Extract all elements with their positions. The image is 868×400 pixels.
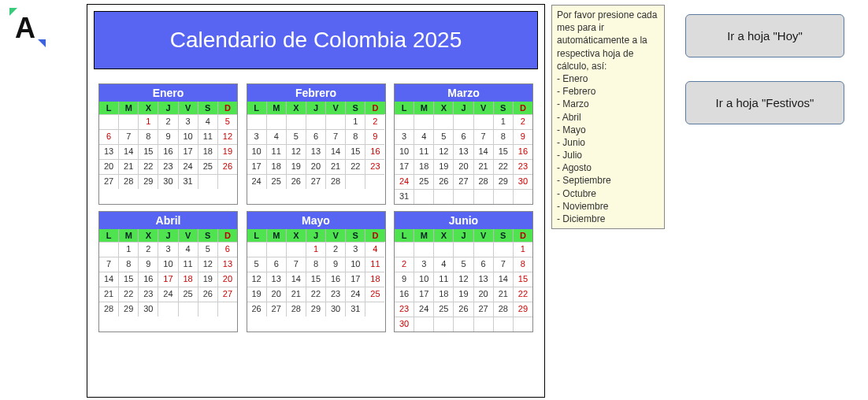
note-month-item: - Octubre [557, 187, 659, 200]
app-logo: A [8, 8, 47, 47]
dow-cell: L [99, 229, 119, 242]
day-cell: 22 [514, 287, 532, 302]
dow-cell: J [454, 229, 473, 242]
day-cell [179, 302, 198, 317]
note-month-item: - Diciembre [557, 213, 659, 225]
dow-cell: M [267, 229, 287, 242]
dow-cell: L [247, 229, 267, 242]
day-cell [454, 114, 473, 129]
day-cell [287, 114, 306, 129]
dow-cell: M [119, 102, 139, 114]
dow-cell: V [179, 229, 198, 242]
week-row: 10111213141516 [247, 144, 385, 159]
dow-cell: D [514, 102, 532, 114]
day-cell [267, 114, 287, 129]
week-row: 6789101112 [99, 129, 237, 144]
week-row: 20212223242526 [99, 159, 237, 174]
month-junio[interactable]: JunioLMXJVSD1234567891011121314151617181… [394, 211, 533, 332]
month-enero[interactable]: EneroLMXJVSD1234567891011121314151617181… [98, 83, 238, 205]
week-row: 12 [247, 114, 385, 129]
day-cell: 12 [247, 272, 267, 287]
day-cell: 17 [179, 144, 198, 159]
go-festivos-button[interactable]: Ir a hoja "Festivos" [685, 81, 844, 124]
day-cell: 19 [287, 159, 306, 174]
day-cell [346, 174, 365, 189]
day-cell: 22 [346, 159, 365, 174]
day-cell: 2 [365, 114, 384, 129]
dow-cell: S [198, 229, 218, 242]
dow-cell: D [365, 229, 384, 242]
day-cell [99, 114, 119, 129]
day-cell: 27 [306, 174, 326, 189]
dow-cell: J [306, 102, 326, 114]
day-cell: 15 [306, 272, 326, 287]
day-cell: 20 [306, 159, 326, 174]
month-title: Enero [99, 84, 237, 102]
day-cell [287, 242, 306, 257]
month-title: Junio [395, 212, 532, 229]
dow-cell: V [474, 102, 494, 114]
day-cell [119, 114, 139, 129]
day-cell: 30 [326, 302, 346, 317]
dow-row: LMXJVSD [99, 102, 237, 114]
day-cell: 9 [139, 257, 158, 272]
day-cell: 20 [474, 287, 494, 302]
day-cell: 22 [494, 159, 514, 174]
day-cell: 21 [119, 159, 139, 174]
day-cell: 9 [395, 272, 414, 287]
day-cell: 4 [365, 242, 384, 257]
dow-row: LMXJVSD [247, 229, 385, 242]
month-abril[interactable]: AbrilLMXJVSD1234567891011121314151617181… [98, 211, 238, 332]
day-cell: 15 [514, 272, 532, 287]
day-cell [247, 114, 267, 129]
day-cell: 19 [434, 159, 454, 174]
week-row: 3456789 [395, 129, 532, 144]
week-row: 3456789 [247, 129, 385, 144]
day-cell: 12 [287, 144, 306, 159]
week-row: 13141516171819 [99, 144, 237, 159]
day-cell: 15 [139, 144, 158, 159]
day-cell: 1 [306, 242, 326, 257]
week-row: 2425262728 [247, 174, 385, 189]
dow-cell: J [454, 102, 473, 114]
day-cell: 24 [414, 302, 434, 317]
week-row: 282930 [99, 302, 237, 317]
week-row: 12345 [99, 114, 237, 129]
day-cell: 18 [179, 272, 198, 287]
week-row: 19202122232425 [247, 287, 385, 302]
day-cell: 23 [139, 287, 158, 302]
day-cell: 29 [494, 174, 514, 189]
months-grid: EneroLMXJVSD1234567891011121314151617181… [87, 76, 544, 332]
day-cell: 9 [326, 257, 346, 272]
day-cell [474, 189, 494, 204]
day-cell: 25 [198, 159, 218, 174]
month-marzo[interactable]: MarzoLMXJVSD1234567891011121314151617181… [394, 83, 533, 205]
day-cell [514, 189, 532, 204]
day-cell: 1 [494, 114, 514, 129]
day-cell: 28 [99, 302, 119, 317]
day-cell: 9 [365, 129, 384, 144]
day-cell: 10 [395, 144, 414, 159]
dow-cell: M [414, 229, 434, 242]
day-cell: 8 [346, 129, 365, 144]
svg-text:A: A [15, 12, 35, 44]
month-mayo[interactable]: MayoLMXJVSD12345678910111213141516171819… [247, 211, 386, 332]
note-month-item: - Julio [557, 149, 659, 161]
day-cell [434, 317, 454, 331]
dow-cell: V [179, 102, 198, 114]
day-cell [198, 302, 218, 317]
day-cell: 6 [454, 129, 473, 144]
month-febrero[interactable]: FebreroLMXJVSD12345678910111213141516171… [247, 83, 386, 205]
day-cell: 23 [158, 159, 178, 174]
month-title: Marzo [395, 84, 532, 102]
instruction-note: Por favor presione cada mes para ir auto… [551, 5, 665, 229]
day-cell [365, 302, 384, 317]
day-cell: 20 [454, 159, 473, 174]
day-cell: 2 [514, 114, 532, 129]
day-cell: 14 [474, 144, 494, 159]
go-today-button[interactable]: Ir a hoja "Hoy" [685, 14, 844, 57]
week-row: 9101112131415 [395, 272, 532, 287]
day-cell: 21 [326, 159, 346, 174]
day-cell: 18 [365, 272, 384, 287]
dow-cell: M [119, 229, 139, 242]
